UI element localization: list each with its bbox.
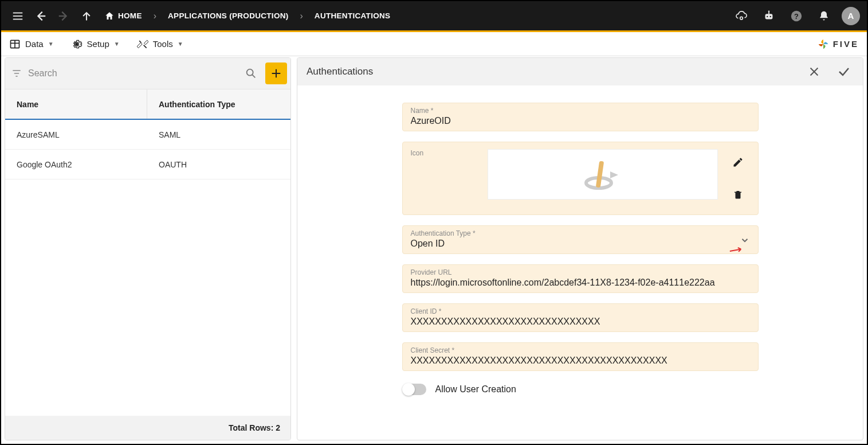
caret-down-icon: ▼ [114,41,120,47]
detail-title: Authentications [307,66,373,77]
cell-type: SAML [147,120,290,149]
icon-label: Icon [411,149,480,157]
detail-panel: Authentications Name * Icon [297,57,863,440]
pencil-icon [732,157,744,168]
toolbar-tools[interactable]: Tools ▼ [137,38,183,50]
breadcrumb-applications[interactable]: APPLICATIONS (PRODUCTION) [163,11,293,20]
forward-icon [54,6,73,26]
toolbar-setup[interactable]: Setup ▼ [71,38,120,50]
menu-icon[interactable] [8,6,28,26]
breadcrumb-home[interactable]: HOME [100,11,147,21]
search-row [5,58,290,89]
cloud-icon[interactable] [732,6,751,26]
bell-icon[interactable] [814,6,834,26]
header-right: ? A [732,6,860,26]
delete-icon-button[interactable] [728,185,748,204]
filter-icon[interactable] [9,68,25,79]
cell-type: OAUTH [147,150,290,179]
toolbar-setup-label: Setup [87,39,109,49]
toolbar-data[interactable]: Data ▼ [9,38,54,50]
allow-user-creation-row: Allow User Creation [402,381,759,397]
close-icon [808,65,820,78]
svg-marker-29 [610,171,618,178]
toolbar-tools-label: Tools [153,39,173,49]
robot-icon[interactable] [759,6,779,26]
caret-down-icon: ▼ [48,41,54,47]
avatar[interactable]: A [842,7,860,25]
client-id-field[interactable]: Client ID * [402,303,759,332]
chevron-down-icon[interactable] [740,235,750,245]
svg-point-8 [767,15,768,17]
svg-point-21 [247,69,253,76]
save-button[interactable] [834,62,854,81]
close-button[interactable] [804,62,824,81]
auth-type-field[interactable]: Authentication Type * Open ID [402,225,759,254]
breadcrumb-label: AUTHENTICATIONS [315,11,391,20]
toolbar-data-label: Data [25,39,44,49]
breadcrumb-authentications[interactable]: AUTHENTICATIONS [310,11,395,20]
column-name[interactable]: Name [5,89,147,119]
auth-type-label: Authentication Type * [411,229,750,237]
brand-logo: FIVE [817,38,859,50]
cell-name: Google OAuth2 [5,150,147,179]
table-body: AzureSAML SAML Google OAuth2 OAUTH [5,120,290,416]
main-content: Name Authentication Type AzureSAML SAML … [1,56,867,444]
svg-point-11 [768,10,770,12]
breadcrumb-label: APPLICATIONS (PRODUCTION) [168,11,289,20]
add-button[interactable] [265,63,287,84]
detail-actions [804,62,854,81]
client-id-input[interactable] [411,317,750,327]
auth-type-value: Open ID [411,239,750,249]
column-type[interactable]: Authentication Type [147,89,290,119]
allow-user-creation-toggle[interactable] [403,384,426,395]
client-secret-field[interactable]: Client Secret * [402,342,759,371]
svg-point-17 [75,42,78,45]
table-row[interactable]: AzureSAML SAML [5,120,290,150]
svg-text:?: ? [794,11,799,20]
table-footer: Total Rows: 2 [5,416,290,440]
help-icon[interactable]: ? [787,6,806,26]
icon-preview[interactable] [488,149,718,200]
plus-icon [270,67,282,80]
svg-point-6 [740,17,743,19]
toolbar: Data ▼ Setup ▼ Tools ▼ FIVE [1,32,867,56]
client-secret-input[interactable] [411,356,750,366]
edit-icon-button[interactable] [728,153,748,172]
provider-url-input[interactable] [411,278,750,288]
back-icon[interactable] [31,6,50,26]
name-input[interactable] [411,116,750,126]
gear-icon [71,38,83,50]
table-row[interactable]: Google OAuth2 OAUTH [5,150,290,179]
search-input[interactable] [28,68,237,79]
name-label: Name * [411,107,750,115]
icon-field: Icon [402,142,759,215]
check-icon [837,65,851,79]
tools-icon [137,38,148,50]
app-header: HOME › APPLICATIONS (PRODUCTION) › AUTHE… [1,1,867,32]
svg-line-22 [252,75,255,77]
search-icon[interactable] [240,67,262,80]
cell-name: AzureSAML [5,120,147,149]
brand-text: FIVE [833,39,859,49]
chevron-right-icon: › [150,11,160,21]
avatar-letter: A [848,11,854,21]
provider-url-field[interactable]: Provider URL [402,264,759,293]
pinwheel-icon [817,38,830,50]
header-left: HOME › APPLICATIONS (PRODUCTION) › AUTHE… [8,6,395,26]
form-inner: Name * Icon [402,103,759,397]
trash-icon [733,189,743,200]
grid-icon [9,38,21,50]
home-icon [104,11,115,21]
svg-rect-7 [765,14,773,19]
detail-header: Authentications [297,58,863,85]
list-panel: Name Authentication Type AzureSAML SAML … [5,57,291,440]
caret-down-icon: ▼ [178,41,183,47]
icon-controls [726,149,750,208]
allow-user-creation-label: Allow User Creation [435,384,516,395]
svg-point-9 [770,15,771,17]
toggle-knob [402,383,415,396]
provider-url-label: Provider URL [411,268,750,276]
up-icon[interactable] [77,6,96,26]
name-field[interactable]: Name * [402,103,759,131]
table-header: Name Authentication Type [5,89,290,120]
